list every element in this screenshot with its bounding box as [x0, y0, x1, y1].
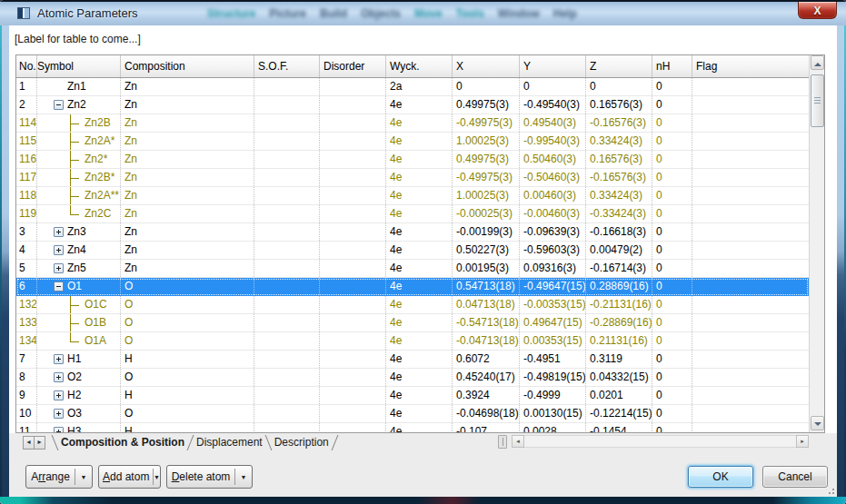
table-row-atom-zn4[interactable]: 4Zn4Zn4e0.50227(3)-0.59603(3)0.00479(2)0 [16, 242, 809, 260]
table-row-atom-zn2b[interactable]: 114Zn2BZn4e-0.49975(3)0.49540(3)-0.16576… [16, 114, 809, 133]
table-row-atom-zn1[interactable]: 1Zn1Zn2a0000 [16, 78, 809, 96]
atom-symbol-label: Zn4 [67, 242, 86, 259]
table-row-atom-o3[interactable]: 10O3O4e-0.04698(18)0.00130(15)-0.12214(1… [16, 405, 809, 423]
scroll-up-button[interactable] [811, 55, 824, 70]
cell-flag [692, 260, 809, 277]
column-header-nh[interactable]: nH [652, 55, 692, 77]
delete-atom-button[interactable]: Delete atom ▼ [166, 465, 253, 489]
tree-branch-icon [70, 114, 81, 132]
cell-flag [692, 351, 809, 368]
column-header-no[interactable]: No. [16, 55, 37, 77]
vertical-scrollbar-thumb[interactable] [811, 74, 824, 127]
horizontal-scrollbar[interactable]: ◂ ▸ [512, 435, 809, 448]
atoms-table: No.SymbolCompositionS.O.F.DisorderWyck.X… [15, 54, 825, 433]
menu-ghost: StructurePictureBuildObjectsMoveToolsWin… [207, 7, 577, 21]
splitter-handle[interactable] [498, 435, 507, 449]
cell-nh: 0 [652, 96, 692, 114]
cell-nh: 0 [652, 351, 692, 368]
table-row-atom-zn2b*[interactable]: 117Zn2B*Zn4e-0.49975(3)-0.50460(3)-0.165… [16, 169, 809, 187]
expand-toggle-icon[interactable] [54, 409, 64, 419]
column-header-symbol[interactable]: Symbol [37, 55, 121, 77]
column-header-y[interactable]: Y [520, 55, 586, 77]
table-row-atom-zn2[interactable]: 2Zn2Zn4e0.49975(3)-0.49540(3)0.16576(3)0 [16, 96, 809, 114]
cell-symbol: Zn3 [37, 223, 121, 241]
vertical-scrollbar[interactable] [809, 55, 824, 432]
cell-no: 117 [16, 169, 37, 186]
cell-nh: 0 [652, 260, 692, 277]
expand-toggle-icon[interactable] [54, 372, 64, 382]
cell-composition: O [121, 332, 254, 350]
cancel-button[interactable]: Cancel [762, 466, 828, 488]
expand-toggle-icon[interactable] [54, 227, 64, 237]
cell-sof [254, 242, 320, 259]
tab-composition-position[interactable]: Composition & Position [61, 433, 184, 450]
scroll-down-button[interactable] [811, 416, 824, 430]
column-header-sof[interactable]: S.O.F. [254, 55, 320, 77]
cell-symbol: Zn2* [37, 151, 121, 168]
table-row-atom-o1b[interactable]: 133O1BO4e-0.54713(18)0.49647(15)-0.28869… [16, 314, 809, 332]
atom-symbol-label: Zn5 [67, 260, 86, 277]
table-row-atom-zn3[interactable]: 3Zn3Zn4e-0.00199(3)-0.09639(3)-0.16618(3… [16, 223, 809, 242]
close-button[interactable]: X [798, 2, 837, 19]
cell-flag [692, 78, 809, 95]
cell-symbol: H2 [37, 387, 121, 404]
table-row-atom-zn2*[interactable]: 116Zn2*Zn4e0.49975(3)0.50460(3)0.16576(3… [16, 151, 809, 169]
collapse-toggle-icon[interactable] [54, 282, 64, 292]
atom-symbol-label: Zn3 [67, 223, 86, 241]
cell-nh: 0 [652, 278, 692, 295]
collapse-toggle-icon[interactable] [54, 100, 64, 110]
column-header-wyck[interactable]: Wyck. [386, 55, 453, 77]
table-row-atom-o1c[interactable]: 132O1CO4e0.04713(18)-0.00353(15)-0.21131… [16, 296, 809, 314]
scroll-right-button[interactable]: ▸ [796, 435, 809, 448]
table-row-atom-o2[interactable]: 8O2O4e0.45240(17)-0.49819(15)0.04332(15)… [16, 369, 809, 387]
table-row-atom-zn5[interactable]: 5Zn5Zn4e0.00195(3)0.09316(3)-0.16714(3)0 [16, 260, 809, 278]
cell-flag [692, 114, 809, 132]
horizontal-scrollbar-track[interactable] [524, 435, 796, 448]
table-row-atom-o1[interactable]: 6O1O4e0.54713(18)-0.49647(15)0.28869(16)… [16, 278, 809, 296]
delete-atom-dropdown-arrow-icon[interactable]: ▼ [235, 474, 252, 480]
tab-description[interactable]: Description [274, 433, 329, 450]
tab-scroll-right-button[interactable]: ▸ [34, 436, 45, 450]
expand-toggle-icon[interactable] [54, 390, 64, 400]
table-row-atom-o1a[interactable]: 134O1AO4e-0.04713(18)0.00353(15)0.21131(… [16, 332, 809, 351]
table-row-atom-h3[interactable]: 11H3H4e-0.1070.0028-0.14540 [16, 423, 809, 432]
add-atom-button[interactable]: Add atom ▼ [98, 465, 161, 489]
expand-toggle-icon[interactable] [54, 245, 64, 255]
column-header-z[interactable]: Z [586, 55, 652, 77]
table-row-atom-h2[interactable]: 9H2H4e0.3924-0.49990.02010 [16, 387, 809, 405]
scroll-left-button[interactable]: ◂ [512, 435, 524, 448]
column-header-disorder[interactable]: Disorder [320, 55, 386, 77]
expand-toggle-icon[interactable] [54, 263, 64, 273]
cell-composition: O [121, 296, 254, 313]
titlebar[interactable]: Atomic Parameters StructurePictureBuildO… [0, 0, 846, 25]
cell-wyck: 4e [386, 114, 453, 132]
cell-y: -0.00353(15) [520, 296, 586, 313]
cell-x: -0.54713(18) [453, 314, 520, 331]
menu-item-build: Build [320, 7, 347, 21]
arrange-button[interactable]: Arrange ▼ [25, 465, 93, 489]
cell-z: -0.1454 [586, 423, 652, 432]
cell-no: 6 [16, 278, 37, 295]
cell-disorder [320, 387, 386, 404]
column-header-flag[interactable]: Flag [692, 55, 809, 77]
column-header-x[interactable]: X [453, 55, 520, 77]
cell-wyck: 4e [386, 187, 453, 204]
expand-toggle-icon[interactable] [54, 427, 64, 432]
expand-toggle-icon[interactable] [54, 354, 64, 364]
cell-wyck: 4e [386, 223, 453, 241]
table-row-atom-zn2a**[interactable]: 118Zn2A**Zn4e1.00025(3)0.00460(3)0.33424… [16, 187, 809, 205]
menu-item-move: Move [414, 7, 443, 21]
table-row-atom-zn2a*[interactable]: 115Zn2A*Zn4e1.00025(3)-0.99540(3)0.33424… [16, 133, 809, 151]
cell-disorder [320, 314, 386, 331]
cell-no: 118 [16, 187, 37, 204]
tab-displacement[interactable]: Displacement [196, 433, 263, 450]
resize-grip[interactable] [825, 485, 834, 494]
table-row-atom-h1[interactable]: 7H1H4e0.6072-0.49510.31190 [16, 351, 809, 369]
cell-sof [254, 133, 320, 150]
column-header-composition[interactable]: Composition [121, 55, 254, 77]
arrange-dropdown-arrow-icon[interactable]: ▼ [75, 474, 92, 480]
ok-button[interactable]: OK [688, 466, 753, 488]
table-row-atom-zn2c[interactable]: 119Zn2CZn4e-0.00025(3)-0.00460(3)-0.3342… [16, 205, 809, 223]
tree-branch-icon [70, 151, 81, 168]
add-atom-dropdown-arrow-icon[interactable]: ▼ [154, 474, 160, 480]
